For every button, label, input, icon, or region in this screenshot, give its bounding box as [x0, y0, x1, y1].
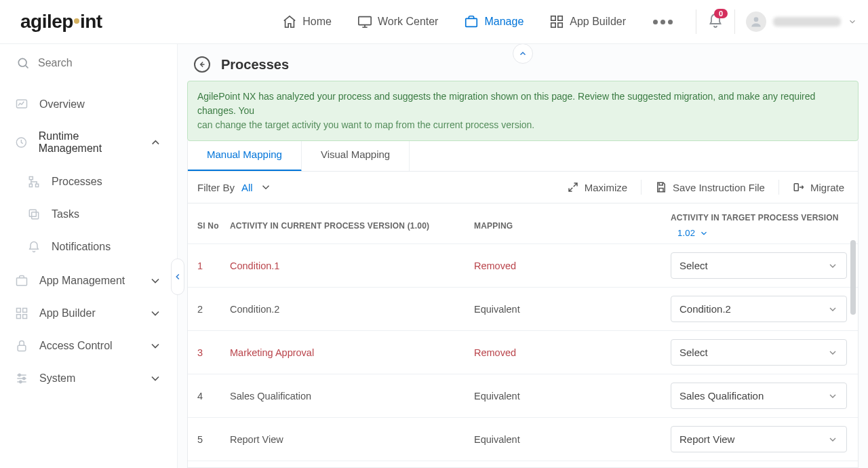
- sidebar-item-label: Access Control: [39, 340, 113, 352]
- nav-more[interactable]: [649, 16, 677, 28]
- scrollbar[interactable]: [850, 240, 856, 463]
- user-menu[interactable]: [746, 12, 857, 32]
- back-button[interactable]: [194, 56, 210, 73]
- nav-app-builder-label: App Builder: [570, 16, 626, 28]
- svg-rect-17: [23, 309, 27, 313]
- cell-activity: Report View: [230, 434, 474, 445]
- tree-icon: [27, 175, 41, 189]
- svg-point-22: [23, 377, 25, 379]
- migrate-button[interactable]: Migrate: [789, 178, 848, 196]
- svg-rect-20: [18, 345, 26, 351]
- svg-rect-2: [551, 16, 555, 20]
- svg-rect-24: [794, 184, 798, 191]
- chevron-down-icon: [827, 347, 838, 358]
- sidebar-item-overview[interactable]: Overview: [0, 88, 177, 121]
- mapping-table: Sl No ACTIVITY IN CURRENT PROCESS VERSIO…: [187, 203, 859, 468]
- cell-slno: 1: [197, 260, 230, 271]
- lock-icon: [15, 339, 28, 353]
- col-header-activity: ACTIVITY IN CURRENT PROCESS VERSION (1.0…: [230, 221, 474, 231]
- target-version-select[interactable]: 1.02: [677, 228, 709, 238]
- notification-badge: 0: [714, 9, 728, 18]
- tool-label: Maximize: [585, 182, 627, 193]
- sidebar-collapse-button[interactable]: [171, 258, 184, 295]
- table-row: 3 Marketing Approval Removed Select: [188, 331, 858, 374]
- sidebar-item-label: App Management: [39, 275, 125, 287]
- save-instruction-button[interactable]: Save Instruction File: [651, 178, 769, 196]
- toolbar: Filter By All Maximize Save Instruction …: [187, 171, 859, 203]
- svg-rect-13: [32, 212, 39, 219]
- svg-rect-0: [359, 17, 371, 25]
- tab-visual-mapping[interactable]: Visual Mapping: [302, 139, 410, 171]
- svg-rect-16: [17, 309, 21, 313]
- select-value: Select: [679, 260, 708, 271]
- sidebar-item-label: Runtime Management: [39, 130, 139, 155]
- svg-point-7: [18, 58, 26, 66]
- target-activity-select[interactable]: Report View: [671, 426, 847, 452]
- tab-label: Manual Mapping: [207, 149, 282, 160]
- nav-app-builder[interactable]: App Builder: [547, 10, 629, 33]
- sidebar-item-app-builder[interactable]: App Builder: [0, 297, 177, 330]
- svg-rect-15: [17, 278, 27, 286]
- sidebar-item-label: Processes: [52, 176, 102, 188]
- mapping-tabs: Manual Mapping Visual Mapping: [187, 138, 859, 171]
- target-activity-select[interactable]: Select: [671, 252, 847, 279]
- search-placeholder: Search: [38, 57, 73, 69]
- cell-activity: Marketing Approval: [230, 347, 474, 358]
- grid-icon: [549, 14, 564, 29]
- chevron-left-icon: [173, 272, 182, 281]
- clock-icon: [15, 136, 28, 149]
- cell-activity: Condition.2: [230, 304, 474, 315]
- target-activity-select[interactable]: Sales Qualification: [671, 383, 847, 409]
- notifications-button[interactable]: 0: [707, 13, 724, 31]
- cell-slno: 5: [197, 434, 230, 445]
- sidebar-item-access-control[interactable]: Access Control: [0, 330, 177, 362]
- collapse-up-button[interactable]: [513, 44, 533, 64]
- target-activity-select[interactable]: Select: [671, 339, 847, 366]
- cell-activity: Condition.1: [230, 260, 474, 271]
- chevron-down-icon: [699, 229, 709, 238]
- filter-by[interactable]: Filter By All: [197, 181, 272, 193]
- nav-home[interactable]: Home: [279, 10, 334, 33]
- divider: [734, 9, 735, 34]
- nav-work-center[interactable]: Work Center: [355, 10, 441, 33]
- search-input[interactable]: Search: [0, 44, 177, 83]
- cell-target: Sales Qualification: [671, 383, 848, 409]
- sidebar-item-notifications[interactable]: Notifications: [0, 231, 177, 263]
- content: Search Overview Runtime Management Proce…: [0, 43, 868, 468]
- sidebar-item-label: Overview: [39, 98, 85, 111]
- cell-target: Condition.2: [671, 296, 848, 322]
- col-header-target-label: ACTIVITY IN TARGET PROCESS VERSION: [671, 213, 839, 222]
- sidebar-item-app-management[interactable]: App Management: [0, 265, 177, 297]
- filter-value: All: [241, 182, 253, 193]
- cell-slno: 3: [197, 347, 230, 358]
- sidebar-item-runtime[interactable]: Runtime Management: [0, 121, 177, 164]
- scrollbar-thumb[interactable]: [850, 240, 856, 315]
- svg-rect-11: [29, 184, 32, 187]
- chevron-down-icon: [149, 307, 162, 320]
- nav-manage[interactable]: Manage: [461, 10, 526, 33]
- chevron-down-icon: [149, 339, 162, 353]
- table-row: 4 Sales Qualification Equivalent Sales Q…: [188, 374, 858, 418]
- target-activity-select[interactable]: Condition.2: [671, 296, 847, 322]
- sidebar-item-tasks[interactable]: Tasks: [0, 198, 177, 231]
- svg-point-21: [18, 374, 20, 376]
- svg-rect-18: [17, 315, 21, 319]
- sidebar-item-processes[interactable]: Processes: [0, 165, 177, 198]
- bell-icon: [27, 240, 41, 254]
- maximize-button[interactable]: Maximize: [563, 178, 631, 196]
- person-icon: [749, 15, 763, 28]
- cell-slno: 2: [197, 304, 230, 315]
- tab-manual-mapping[interactable]: Manual Mapping: [188, 139, 302, 171]
- banner-text-line2: can change the target activity you want …: [197, 119, 534, 130]
- cell-activity: Sales Qualification: [230, 391, 474, 402]
- target-version-value: 1.02: [677, 228, 695, 238]
- select-value: Sales Qualification: [679, 390, 764, 402]
- page-title: Processes: [221, 57, 289, 73]
- chevron-down-icon: [827, 304, 838, 315]
- divider: [641, 180, 642, 195]
- nav-manage-label: Manage: [484, 16, 524, 28]
- grid-icon: [15, 307, 28, 320]
- svg-rect-10: [29, 177, 33, 180]
- sidebar-item-system[interactable]: System: [0, 362, 177, 395]
- divider: [778, 180, 779, 195]
